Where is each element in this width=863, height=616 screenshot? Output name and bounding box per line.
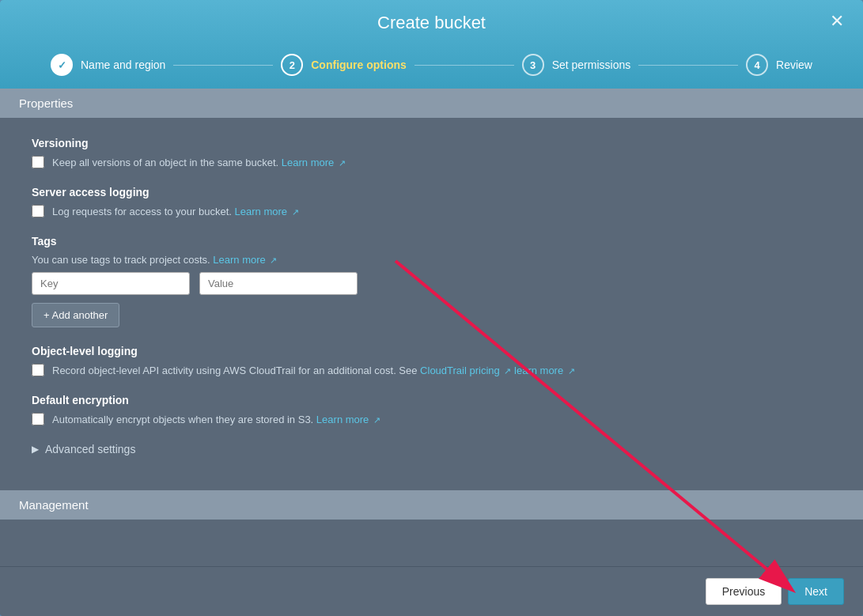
versioning-checkbox-row: Keep all versions of an object in the sa…: [32, 156, 831, 168]
next-button[interactable]: Next: [788, 578, 844, 605]
modal-header: Create bucket ✕ ✓ Name and region 2 Conf…: [0, 0, 863, 89]
management-section-header: Management: [0, 490, 863, 520]
add-another-button[interactable]: + Add another: [32, 303, 119, 327]
advanced-settings-toggle[interactable]: ▶ Advanced settings: [32, 443, 831, 455]
advanced-settings-label: Advanced settings: [45, 443, 135, 455]
server-logging-title: Server access logging: [32, 186, 831, 198]
external-link-icon-4: ↗: [504, 366, 511, 376]
tags-section: Tags You can use tags to track project c…: [32, 235, 831, 327]
versioning-title: Versioning: [32, 137, 831, 149]
modal-footer: Previous Next: [0, 566, 863, 616]
management-content: [0, 520, 863, 566]
versioning-label: Keep all versions of an object in the sa…: [52, 157, 346, 168]
step-label-2: Configure options: [311, 59, 407, 71]
external-link-icon: ↗: [339, 158, 346, 168]
object-logging-section: Object-level logging Record object-level…: [32, 345, 831, 376]
server-logging-checkbox[interactable]: [32, 205, 44, 217]
server-logging-learn-more-link[interactable]: Learn more ↗: [235, 206, 299, 217]
default-encryption-section: Default encryption Automatically encrypt…: [32, 394, 831, 425]
tag-key-input[interactable]: [32, 272, 190, 295]
encryption-learn-more-link[interactable]: Learn more ↗: [316, 414, 380, 425]
management-title: Management: [19, 498, 89, 512]
server-logging-label: Log requests for access to your bucket. …: [52, 206, 299, 217]
external-link-icon-5: ↗: [568, 366, 575, 376]
object-logging-learn-more-link[interactable]: learn more ↗: [514, 365, 575, 376]
external-link-icon-2: ↗: [292, 207, 299, 217]
tags-learn-more-link[interactable]: Learn more ↗: [213, 254, 277, 266]
tag-value-input[interactable]: [199, 272, 358, 295]
cloudtrail-pricing-link[interactable]: CloudTrail pricing ↗: [420, 365, 514, 376]
object-logging-checkbox[interactable]: [32, 364, 44, 376]
default-encryption-checkbox-row: Automatically encrypt objects when they …: [32, 413, 831, 425]
modal-title-row: Create bucket ✕: [19, 13, 844, 44]
object-logging-checkbox-row: Record object-level API activity using A…: [32, 364, 831, 376]
versioning-checkbox[interactable]: [32, 156, 44, 168]
step-label-1: Name and region: [81, 59, 165, 71]
close-button[interactable]: ✕: [830, 13, 844, 30]
versioning-section: Versioning Keep all versions of an objec…: [32, 137, 831, 168]
versioning-learn-more-link[interactable]: Learn more ↗: [282, 157, 346, 168]
properties-section-header: Properties: [0, 89, 863, 118]
step-label-4: Review: [776, 59, 812, 71]
step-circle-4: 4: [746, 54, 768, 76]
step-review[interactable]: 4 Review: [746, 54, 812, 76]
wizard-steps: ✓ Name and region 2 Configure options 3 …: [19, 44, 844, 89]
properties-title: Properties: [19, 96, 73, 110]
content-area: Versioning Keep all versions of an objec…: [0, 118, 863, 474]
default-encryption-checkbox[interactable]: [32, 413, 44, 425]
object-logging-title: Object-level logging: [32, 345, 831, 357]
step-configure-options[interactable]: 2 Configure options: [281, 54, 407, 76]
modal-body: Versioning Keep all versions of an objec…: [0, 118, 863, 566]
create-bucket-modal: Create bucket ✕ ✓ Name and region 2 Conf…: [0, 0, 863, 616]
tags-inputs-row: [32, 272, 831, 295]
tags-title: Tags: [32, 235, 831, 248]
step-label-3: Set permissions: [552, 59, 631, 71]
chevron-right-icon: ▶: [32, 444, 39, 455]
object-logging-label: Record object-level API activity using A…: [52, 365, 575, 376]
tags-description: You can use tags to track project costs.…: [32, 254, 831, 266]
step-circle-1: ✓: [51, 54, 73, 76]
step-name-region[interactable]: ✓ Name and region: [51, 54, 165, 76]
external-link-icon-6: ↗: [373, 415, 380, 425]
step-circle-3: 3: [522, 54, 544, 76]
step-separator-1: [173, 65, 273, 66]
modal-title: Create bucket: [377, 13, 486, 33]
default-encryption-title: Default encryption: [32, 394, 831, 406]
step-set-permissions[interactable]: 3 Set permissions: [522, 54, 631, 76]
step-separator-3: [638, 65, 738, 66]
step-separator-2: [414, 65, 514, 66]
previous-button[interactable]: Previous: [706, 578, 782, 605]
step-circle-2: 2: [281, 54, 303, 76]
default-encryption-label: Automatically encrypt objects when they …: [52, 414, 380, 425]
server-logging-checkbox-row: Log requests for access to your bucket. …: [32, 205, 831, 217]
external-link-icon-3: ↗: [270, 255, 277, 265]
server-logging-section: Server access logging Log requests for a…: [32, 186, 831, 217]
